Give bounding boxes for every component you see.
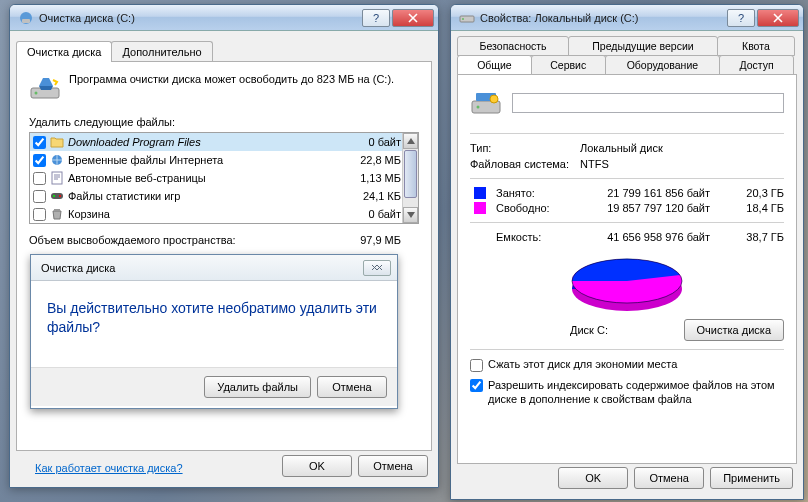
fs-row: Файловая система: NTFS	[470, 158, 784, 170]
cancel-button[interactable]: Отмена	[358, 455, 428, 477]
trash-icon	[50, 207, 64, 221]
cleanup-description: Программа очистки диска может освободить…	[69, 72, 394, 104]
dialog-message: Вы действительно хотите необратимо удали…	[31, 281, 397, 367]
file-list: Downloaded Program Files 0 байт Временны…	[29, 132, 419, 224]
file-checkbox[interactable]	[33, 190, 46, 203]
file-list-label: Удалить следующие файлы:	[29, 116, 419, 128]
capacity-label: Емкость:	[496, 231, 574, 243]
pie-chart	[562, 253, 692, 315]
file-name: Downloaded Program Files	[68, 136, 355, 148]
used-swatch	[474, 187, 486, 199]
file-checkbox[interactable]	[33, 172, 46, 185]
capacity-gb: 38,7 ГБ	[728, 231, 784, 243]
svg-rect-10	[54, 209, 60, 211]
close-button[interactable]	[392, 9, 434, 27]
dialog-title: Очистка диска	[41, 262, 363, 274]
help-button[interactable]: ?	[362, 9, 390, 27]
tab-security[interactable]: Безопасность	[457, 36, 569, 56]
capacity-row: Емкость: 41 656 958 976 байт 38,7 ГБ	[470, 231, 784, 243]
tab-row-top: Безопасность Предыдущие версии Квота	[457, 37, 797, 56]
titlebar[interactable]: Свойства: Локальный диск (C:) ?	[451, 5, 803, 31]
file-name: Временные файлы Интернета	[68, 154, 355, 166]
delete-files-button[interactable]: Удалить файлы	[204, 376, 311, 398]
close-button[interactable]	[757, 9, 799, 27]
ok-button[interactable]: OK	[558, 467, 628, 489]
button-row: OK Отмена Применить	[558, 467, 793, 489]
used-bytes: 21 799 161 856 байт	[574, 187, 728, 199]
volume-label-input[interactable]	[512, 93, 784, 113]
used-gb: 20,3 ГБ	[728, 187, 784, 199]
cancel-button[interactable]: Отмена	[317, 376, 387, 398]
svg-point-17	[490, 95, 498, 103]
page-icon	[50, 171, 64, 185]
used-label: Занято:	[496, 187, 574, 199]
disk-label: Диск C:	[570, 324, 608, 336]
file-row[interactable]: Файлы статистики игр 24,1 КБ	[30, 187, 418, 205]
window-title: Свойства: Локальный диск (C:)	[480, 12, 725, 24]
tab-bar: Очистка диска Дополнительно	[16, 41, 432, 62]
tab-additional[interactable]: Дополнительно	[111, 41, 212, 62]
capacity-bytes: 41 656 958 976 байт	[574, 231, 728, 243]
disk-cleanup-button[interactable]: Очистка диска	[684, 319, 784, 341]
help-button[interactable]: ?	[727, 9, 755, 27]
dialog-titlebar[interactable]: Очистка диска	[31, 255, 397, 281]
compress-row: Сжать этот диск для экономии места	[470, 358, 784, 372]
tab-previous[interactable]: Предыдущие версии	[568, 36, 718, 56]
file-row[interactable]: Временные файлы Интернета 22,8 МБ	[30, 151, 418, 169]
tab-tools[interactable]: Сервис	[531, 55, 606, 75]
svg-point-12	[462, 18, 464, 20]
globe-icon	[50, 153, 64, 167]
file-checkbox[interactable]	[33, 136, 46, 149]
index-checkbox[interactable]	[470, 379, 483, 392]
titlebar[interactable]: Очистка диска (C:) ?	[10, 5, 438, 31]
window-content: Безопасность Предыдущие версии Квота Общ…	[451, 31, 803, 470]
svg-text:?: ?	[373, 13, 379, 23]
type-value: Локальный диск	[580, 142, 663, 154]
scroll-thumb[interactable]	[404, 150, 417, 198]
tab-hardware[interactable]: Оборудование	[605, 55, 721, 75]
file-checkbox[interactable]	[33, 154, 46, 167]
button-row: OK Отмена	[282, 455, 428, 477]
file-name: Корзина	[68, 208, 355, 220]
folder-icon	[50, 135, 64, 149]
file-row[interactable]: Downloaded Program Files 0 байт	[30, 133, 418, 151]
file-row[interactable]: Корзина 0 байт	[30, 205, 418, 223]
svg-text:?: ?	[738, 13, 744, 23]
svg-point-4	[35, 92, 38, 95]
drive-icon	[29, 72, 61, 104]
scroll-up-button[interactable]	[403, 133, 418, 149]
disk-label-row: Диск C: Очистка диска	[470, 319, 784, 341]
svg-point-9	[53, 195, 55, 197]
svg-rect-1	[22, 19, 30, 23]
svg-rect-6	[52, 172, 62, 184]
description-row: Программа очистки диска может освободить…	[29, 72, 419, 104]
file-checkbox[interactable]	[33, 208, 46, 221]
dialog-footer: Удалить файлы Отмена	[31, 367, 397, 406]
tab-general[interactable]: Общие	[457, 55, 532, 75]
file-name: Файлы статистики игр	[68, 190, 355, 202]
file-row[interactable]: Автономные веб-страницы 1,13 МБ	[30, 169, 418, 187]
cancel-button[interactable]: Отмена	[634, 467, 704, 489]
confirm-dialog: Очистка диска Вы действительно хотите не…	[30, 254, 398, 409]
scroll-down-button[interactable]	[403, 207, 418, 223]
tab-sharing[interactable]: Доступ	[719, 55, 794, 75]
disk-cleanup-icon	[18, 10, 34, 26]
ok-button[interactable]: OK	[282, 455, 352, 477]
free-bytes: 19 857 797 120 байт	[574, 202, 728, 214]
disk-cleanup-window: Очистка диска (C:) ? Очистка диска Допол…	[9, 4, 439, 488]
drive-icon	[470, 87, 502, 119]
window-title: Очистка диска (C:)	[39, 12, 360, 24]
compress-checkbox[interactable]	[470, 359, 483, 372]
total-value: 97,9 МБ	[360, 234, 401, 246]
scrollbar[interactable]	[402, 133, 418, 223]
total-label: Объем высвобождаемого пространства:	[29, 234, 236, 246]
tab-quota[interactable]: Квота	[717, 36, 795, 56]
close-button[interactable]	[363, 260, 391, 276]
free-swatch	[474, 202, 486, 214]
help-link[interactable]: Как работает очистка диска?	[35, 462, 183, 474]
drive-icon	[459, 10, 475, 26]
tab-cleanup[interactable]: Очистка диска	[16, 41, 112, 62]
apply-button[interactable]: Применить	[710, 467, 793, 489]
file-name: Автономные веб-страницы	[68, 172, 355, 184]
type-label: Тип:	[470, 142, 580, 154]
